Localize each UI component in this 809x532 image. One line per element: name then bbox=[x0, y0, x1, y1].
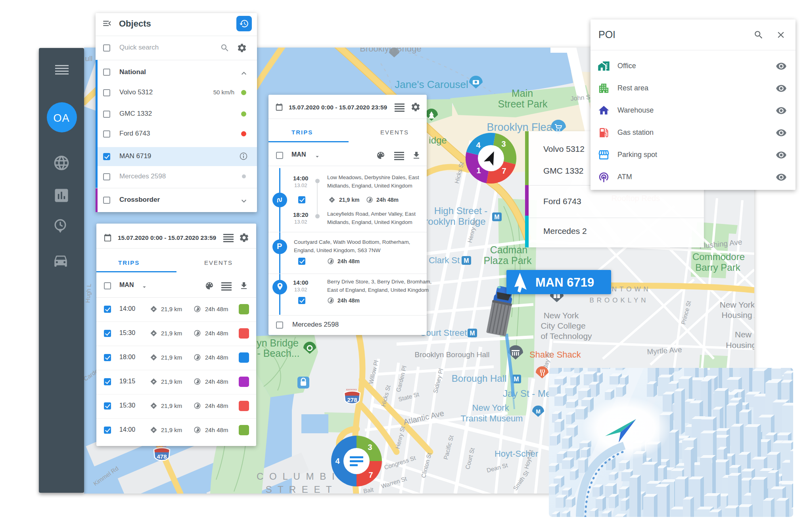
svg-text:S T R E E T: S T R E E T bbox=[266, 484, 334, 494]
svg-text:Street Park: Street Park bbox=[498, 98, 548, 109]
svg-text:7: 7 bbox=[368, 471, 373, 479]
svg-text:New York: New York bbox=[472, 403, 510, 413]
svg-text:3: 3 bbox=[501, 140, 506, 148]
svg-text:New York City: New York City bbox=[720, 300, 754, 309]
svg-text:M: M bbox=[514, 376, 519, 383]
svg-text:Brooklyn Bridge: Brooklyn Bridge bbox=[360, 48, 421, 54]
svg-text:New York: New York bbox=[544, 311, 579, 320]
svg-text:Balt: Balt bbox=[363, 486, 374, 494]
svg-text:BROOKLYN: BROOKLYN bbox=[589, 297, 648, 304]
svg-text:Borough Hall: Borough Hall bbox=[452, 373, 507, 384]
svg-text:Housing Auth: Housing Auth bbox=[722, 310, 754, 320]
svg-text:7: 7 bbox=[502, 166, 506, 175]
svg-text:yn Bridge: yn Bridge bbox=[257, 337, 299, 348]
svg-text:Main: Main bbox=[512, 88, 533, 99]
svg-text:Jane's Carousel: Jane's Carousel bbox=[395, 78, 468, 90]
svg-text:M: M bbox=[470, 330, 475, 337]
svg-text:High Street -: High Street - bbox=[434, 205, 488, 216]
svg-text:xxxxxxx: xxxxxxx bbox=[346, 388, 357, 391]
svg-text:Clark St: Clark St bbox=[429, 255, 460, 265]
svg-text:Transit Museum: Transit Museum bbox=[461, 413, 523, 423]
svg-text:ull: ull bbox=[85, 54, 92, 63]
svg-text:3: 3 bbox=[368, 443, 372, 452]
svg-text:Plaza Park: Plaza Park bbox=[484, 255, 532, 266]
svg-text:4: 4 bbox=[476, 141, 481, 149]
svg-text:idge: idge bbox=[429, 135, 447, 145]
svg-text:1: 1 bbox=[476, 166, 481, 175]
svg-text:Brooklyn Borough Hall: Brooklyn Borough Hall bbox=[414, 350, 489, 359]
svg-text:Housing Au: Housing Au bbox=[726, 341, 754, 350]
svg-text:of Technology: of Technology bbox=[541, 331, 592, 341]
svg-text:- Beach...: - Beach... bbox=[257, 348, 300, 359]
svg-text:M: M bbox=[464, 257, 469, 264]
svg-text:278: 278 bbox=[347, 396, 357, 403]
svg-text:New: New bbox=[735, 330, 752, 339]
svg-text:Barry Park: Barry Park bbox=[695, 262, 740, 273]
svg-text:M: M bbox=[536, 408, 541, 415]
svg-text:Shake Shack: Shake Shack bbox=[529, 350, 581, 360]
svg-text:City College: City College bbox=[541, 321, 585, 330]
svg-text:Court Street: Court Street bbox=[420, 328, 467, 338]
svg-text:4: 4 bbox=[335, 457, 340, 465]
svg-text:MAN 6719: MAN 6719 bbox=[535, 276, 594, 289]
svg-text:Cadman: Cadman bbox=[490, 244, 528, 255]
svg-text:Commodore: Commodore bbox=[692, 251, 745, 262]
svg-text:Hugh L: Hugh L bbox=[84, 283, 92, 303]
svg-text:M: M bbox=[494, 214, 499, 220]
svg-text:478: 478 bbox=[157, 453, 167, 460]
